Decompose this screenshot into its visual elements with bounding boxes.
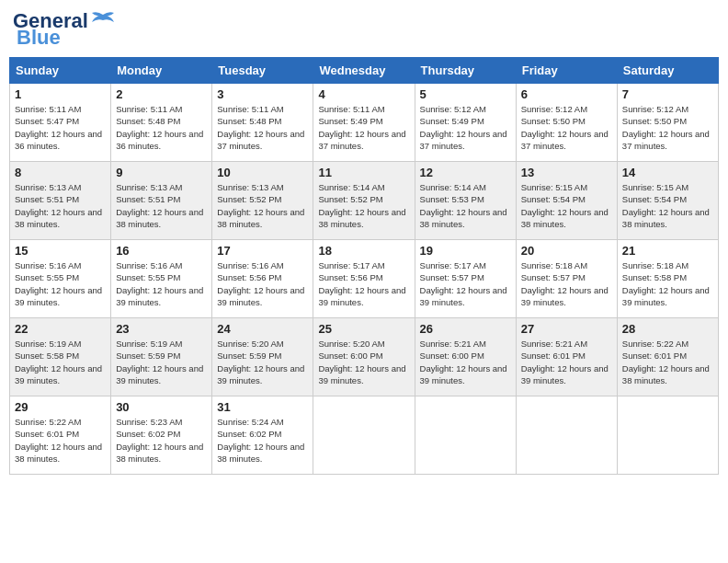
calendar-week-1: 1 Sunrise: 5:11 AMSunset: 5:47 PMDayligh…: [10, 84, 719, 162]
calendar-cell: 14 Sunrise: 5:15 AMSunset: 5:54 PMDaylig…: [617, 162, 718, 240]
calendar-cell: 20 Sunrise: 5:18 AMSunset: 5:57 PMDaylig…: [516, 240, 617, 318]
calendar-cell: 28 Sunrise: 5:22 AMSunset: 6:01 PMDaylig…: [617, 318, 718, 396]
day-info: Sunrise: 5:11 AMSunset: 5:48 PMDaylight:…: [217, 104, 304, 151]
day-number: 8: [15, 166, 106, 179]
day-number: 16: [116, 244, 207, 258]
calendar-cell: 15 Sunrise: 5:16 AMSunset: 5:55 PMDaylig…: [10, 240, 111, 318]
day-number: 26: [420, 322, 511, 336]
day-number: 14: [622, 166, 713, 179]
day-info: Sunrise: 5:22 AMSunset: 6:01 PMDaylight:…: [622, 339, 710, 385]
day-info: Sunrise: 5:14 AMSunset: 5:52 PMDaylight:…: [318, 182, 405, 229]
day-info: Sunrise: 5:22 AMSunset: 6:01 PMDaylight:…: [15, 417, 102, 464]
calendar-header-monday: Monday: [111, 58, 212, 84]
day-info: Sunrise: 5:13 AMSunset: 5:51 PMDaylight:…: [116, 182, 203, 229]
logo-bird-icon: [90, 11, 116, 31]
calendar-cell: 26 Sunrise: 5:21 AMSunset: 6:00 PMDaylig…: [415, 318, 516, 396]
day-number: 4: [318, 87, 409, 101]
day-number: 3: [217, 87, 308, 101]
day-number: 24: [217, 322, 308, 336]
logo-text-blue: Blue: [13, 26, 61, 50]
calendar-cell: 16 Sunrise: 5:16 AMSunset: 5:55 PMDaylig…: [111, 240, 212, 318]
day-info: Sunrise: 5:20 AMSunset: 5:59 PMDaylight:…: [217, 339, 304, 385]
day-info: Sunrise: 5:16 AMSunset: 5:55 PMDaylight:…: [15, 260, 102, 307]
day-number: 22: [15, 322, 106, 336]
day-number: 19: [420, 244, 511, 258]
day-number: 2: [116, 87, 207, 101]
calendar-cell: [516, 396, 617, 475]
day-info: Sunrise: 5:19 AMSunset: 5:59 PMDaylight:…: [116, 339, 203, 385]
calendar-cell: 7 Sunrise: 5:12 AMSunset: 5:50 PMDayligh…: [617, 84, 718, 162]
page-header: General Blue: [9, 9, 719, 50]
day-info: Sunrise: 5:21 AMSunset: 6:01 PMDaylight:…: [521, 339, 609, 385]
calendar-cell: 25 Sunrise: 5:20 AMSunset: 6:00 PMDaylig…: [313, 318, 415, 396]
day-number: 23: [116, 322, 207, 336]
calendar-cell: 9 Sunrise: 5:13 AMSunset: 5:51 PMDayligh…: [111, 162, 212, 240]
day-number: 20: [521, 244, 612, 258]
day-info: Sunrise: 5:21 AMSunset: 6:00 PMDaylight:…: [420, 339, 507, 385]
day-number: 11: [318, 166, 409, 179]
calendar-cell: 18 Sunrise: 5:17 AMSunset: 5:56 PMDaylig…: [313, 240, 415, 318]
day-info: Sunrise: 5:16 AMSunset: 5:56 PMDaylight:…: [217, 260, 304, 307]
calendar-cell: 2 Sunrise: 5:11 AMSunset: 5:48 PMDayligh…: [111, 84, 212, 162]
day-info: Sunrise: 5:15 AMSunset: 5:54 PMDaylight:…: [622, 182, 710, 229]
calendar-week-5: 29 Sunrise: 5:22 AMSunset: 6:01 PMDaylig…: [10, 396, 719, 475]
calendar-week-2: 8 Sunrise: 5:13 AMSunset: 5:51 PMDayligh…: [10, 162, 719, 240]
day-info: Sunrise: 5:12 AMSunset: 5:49 PMDaylight:…: [420, 104, 507, 151]
day-info: Sunrise: 5:12 AMSunset: 5:50 PMDaylight:…: [521, 104, 609, 151]
calendar-cell: [313, 396, 415, 475]
day-number: 5: [420, 87, 511, 101]
calendar-header-tuesday: Tuesday: [212, 58, 313, 84]
calendar-header-saturday: Saturday: [617, 58, 718, 84]
day-info: Sunrise: 5:23 AMSunset: 6:02 PMDaylight:…: [116, 417, 203, 464]
day-info: Sunrise: 5:14 AMSunset: 5:53 PMDaylight:…: [420, 182, 507, 229]
calendar-cell: 5 Sunrise: 5:12 AMSunset: 5:49 PMDayligh…: [415, 84, 516, 162]
calendar-cell: 23 Sunrise: 5:19 AMSunset: 5:59 PMDaylig…: [111, 318, 212, 396]
day-number: 6: [521, 87, 612, 101]
day-info: Sunrise: 5:20 AMSunset: 6:00 PMDaylight:…: [318, 339, 405, 385]
day-number: 18: [318, 244, 409, 258]
calendar-week-4: 22 Sunrise: 5:19 AMSunset: 5:58 PMDaylig…: [10, 318, 719, 396]
calendar-cell: 12 Sunrise: 5:14 AMSunset: 5:53 PMDaylig…: [415, 162, 516, 240]
day-number: 25: [318, 322, 409, 336]
calendar-cell: 6 Sunrise: 5:12 AMSunset: 5:50 PMDayligh…: [516, 84, 617, 162]
calendar-cell: 17 Sunrise: 5:16 AMSunset: 5:56 PMDaylig…: [212, 240, 313, 318]
calendar-cell: 11 Sunrise: 5:14 AMSunset: 5:52 PMDaylig…: [313, 162, 415, 240]
calendar-cell: 19 Sunrise: 5:17 AMSunset: 5:57 PMDaylig…: [415, 240, 516, 318]
calendar-week-3: 15 Sunrise: 5:16 AMSunset: 5:55 PMDaylig…: [10, 240, 719, 318]
day-number: 28: [622, 322, 713, 336]
calendar-cell: 29 Sunrise: 5:22 AMSunset: 6:01 PMDaylig…: [10, 396, 111, 475]
day-info: Sunrise: 5:16 AMSunset: 5:55 PMDaylight:…: [116, 260, 203, 307]
calendar-cell: 31 Sunrise: 5:24 AMSunset: 6:02 PMDaylig…: [212, 396, 313, 475]
day-number: 30: [116, 400, 207, 414]
logo: General Blue: [13, 9, 116, 50]
calendar-header-thursday: Thursday: [415, 58, 516, 84]
calendar-header-friday: Friday: [516, 58, 617, 84]
calendar-cell: 13 Sunrise: 5:15 AMSunset: 5:54 PMDaylig…: [516, 162, 617, 240]
day-info: Sunrise: 5:13 AMSunset: 5:52 PMDaylight:…: [217, 182, 304, 229]
day-info: Sunrise: 5:17 AMSunset: 5:56 PMDaylight:…: [318, 260, 405, 307]
day-number: 12: [420, 166, 511, 179]
day-info: Sunrise: 5:24 AMSunset: 6:02 PMDaylight:…: [217, 417, 304, 464]
day-info: Sunrise: 5:18 AMSunset: 5:58 PMDaylight:…: [622, 260, 710, 307]
day-info: Sunrise: 5:12 AMSunset: 5:50 PMDaylight:…: [622, 104, 710, 151]
calendar-table: SundayMondayTuesdayWednesdayThursdayFrid…: [9, 57, 719, 475]
calendar-cell: [415, 396, 516, 475]
calendar-cell: 3 Sunrise: 5:11 AMSunset: 5:48 PMDayligh…: [212, 84, 313, 162]
calendar-header-sunday: Sunday: [10, 58, 111, 84]
day-number: 13: [521, 166, 612, 179]
calendar-cell: 8 Sunrise: 5:13 AMSunset: 5:51 PMDayligh…: [10, 162, 111, 240]
calendar-cell: [617, 396, 718, 475]
day-number: 29: [15, 400, 106, 414]
day-info: Sunrise: 5:19 AMSunset: 5:58 PMDaylight:…: [15, 339, 102, 385]
day-number: 15: [15, 244, 106, 258]
calendar-cell: 10 Sunrise: 5:13 AMSunset: 5:52 PMDaylig…: [212, 162, 313, 240]
calendar-cell: 27 Sunrise: 5:21 AMSunset: 6:01 PMDaylig…: [516, 318, 617, 396]
day-info: Sunrise: 5:17 AMSunset: 5:57 PMDaylight:…: [420, 260, 507, 307]
calendar-header-wednesday: Wednesday: [313, 58, 415, 84]
day-info: Sunrise: 5:11 AMSunset: 5:47 PMDaylight:…: [15, 104, 102, 151]
day-info: Sunrise: 5:11 AMSunset: 5:48 PMDaylight:…: [116, 104, 203, 151]
day-number: 17: [217, 244, 308, 258]
day-info: Sunrise: 5:18 AMSunset: 5:57 PMDaylight:…: [521, 260, 609, 307]
calendar-cell: 1 Sunrise: 5:11 AMSunset: 5:47 PMDayligh…: [10, 84, 111, 162]
day-number: 27: [521, 322, 612, 336]
